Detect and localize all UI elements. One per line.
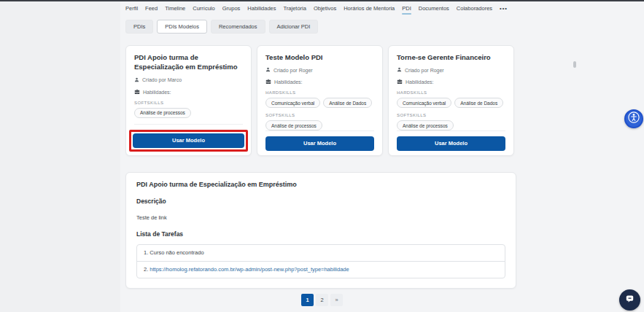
nav-item-objetivos[interactable]: Objetivos — [314, 5, 336, 15]
use-model-button[interactable]: Usar Modelo — [397, 136, 505, 151]
pdi-detail-card: PDI Apoio turma de Especialização em Emp… — [125, 172, 516, 289]
tab-pdis-modelos[interactable]: PDIs Modelos — [157, 20, 207, 34]
pdi-detail-title: PDI Apoio turma de Especialização em Emp… — [136, 181, 505, 188]
use-model-button[interactable]: Usar Modelo — [133, 133, 244, 148]
card-creator-label: Criado por Roger — [405, 68, 444, 73]
tag-row: Análise de processos — [134, 108, 243, 118]
tab-adicionar-pdi[interactable]: Adicionar PDI — [269, 20, 319, 34]
card-skills-row: Habilidades: — [134, 89, 243, 95]
tag-row: Comunicação verbalAnálise de Dados — [265, 98, 374, 108]
briefcase-icon — [265, 79, 271, 85]
skill-section-label-softskills: SOFTSKILLS — [397, 113, 505, 117]
card-skills-row: Habilidades: — [265, 79, 374, 85]
nav-item-timeline[interactable]: Timeline — [165, 5, 185, 15]
task-text: Curso não encontrado — [150, 249, 203, 256]
top-nav: PerfilFeedTimelineCurrículoGruposHabilid… — [125, 5, 508, 15]
card-divider — [134, 124, 243, 125]
skill-tag-analise-de-processos: Análise de processos — [397, 120, 454, 130]
pdi-model-cards: PDI Apoio turma de Especialização em Emp… — [125, 45, 514, 156]
left-background-pane — [0, 1, 120, 312]
pdi-model-card-torne-se-gerente-financeiro: Torne-se Gerente FinanceiroCriado por Ro… — [388, 45, 514, 156]
scrollbar-thumb[interactable] — [573, 61, 576, 68]
page-button-2[interactable]: 2 — [316, 294, 328, 306]
card-creator: Criado por Roger — [397, 67, 505, 73]
briefcase-icon — [134, 89, 140, 95]
pdi-model-card-pdi-apoio-turma-de-especializacao-em-emprestimo: PDI Apoio turma de Especialização em Emp… — [125, 45, 252, 156]
person-icon — [134, 77, 139, 83]
card-divider — [265, 130, 374, 131]
nav-item-grupos[interactable]: Grupos — [222, 5, 241, 15]
card-skills-label: Habilidades: — [143, 90, 171, 95]
nav-item-curriculo[interactable]: Currículo — [193, 5, 214, 15]
nav-item-documentos[interactable]: Documentos — [419, 5, 449, 15]
card-skills-label: Habilidades: — [274, 79, 303, 85]
tag-row: Análise de processos — [265, 120, 374, 130]
skill-tag-analise-de-dados: Análise de Dados — [454, 98, 503, 108]
briefcase-icon — [397, 79, 403, 85]
task-item: 2. https://homolog.refatorando.com.br/wp… — [137, 261, 505, 278]
skill-tag-comunicacao-verbal: Comunicação verbal — [265, 98, 320, 108]
skill-tag-analise-de-processos: Análise de processos — [134, 108, 191, 118]
task-list-heading: Lista de Tarefas — [136, 230, 505, 238]
skill-section-label-hardskills: HARDSKILLS — [265, 90, 374, 95]
card-title: Teste Modelo PDI — [265, 52, 374, 62]
tag-row: Comunicação verbalAnálise de Dados — [397, 98, 505, 108]
tag-row: Análise de processos — [397, 120, 505, 130]
card-creator: Criado por Marco — [134, 77, 243, 83]
nav-item-perfil[interactable]: Perfil — [125, 5, 138, 15]
task-list: 1. Curso não encontrado2. https://homolo… — [136, 244, 505, 278]
skill-tag-comunicacao-verbal: Comunicação verbal — [397, 98, 451, 108]
pagination: 12» — [0, 294, 644, 306]
nav-item-feed[interactable]: Feed — [145, 5, 158, 15]
card-skills-label: Habilidades: — [406, 79, 434, 85]
accessibility-icon — [627, 111, 640, 127]
highlight-annotation-box: Usar Modelo — [129, 130, 248, 152]
person-icon — [265, 67, 271, 73]
tab-recomendados[interactable]: Recomendados — [211, 20, 265, 34]
card-creator-label: Criado por Marco — [142, 77, 182, 82]
nav-item-habilidades[interactable]: Habilidades — [247, 5, 276, 15]
description-text: Teste de link — [136, 214, 505, 221]
skill-tag-analise-de-processos: Análise de processos — [265, 120, 322, 130]
skill-section-label-softskills: SOFTSKILLS — [265, 113, 374, 117]
nav-item-colaboradores[interactable]: Colaboradores — [457, 5, 492, 15]
card-creator: Criado por Roger — [265, 67, 374, 73]
nav-item-horarios-de-mentoria[interactable]: Horários de Mentoria — [344, 5, 395, 15]
nav-item-trajetoria[interactable]: Trajetória — [284, 5, 306, 15]
card-title: Torne-se Gerente Financeiro — [397, 52, 505, 62]
pdi-model-card-teste-modelo-pdi: Teste Modelo PDICriado por RogerHabilida… — [257, 45, 383, 156]
chat-bubble-icon — [624, 293, 635, 307]
person-icon — [397, 67, 402, 73]
skill-section-label-hardskills: HARDSKILLS — [397, 90, 505, 95]
task-item: 1. Curso não encontrado — [137, 245, 505, 261]
task-link[interactable]: https://homolog.refatorando.com.br/wp-ad… — [150, 266, 349, 273]
chat-button[interactable] — [619, 289, 640, 311]
card-title: PDI Apoio turma de Especialização em Emp… — [134, 52, 243, 72]
card-divider — [397, 130, 505, 131]
card-skills-row: Habilidades: — [397, 79, 505, 85]
accessibility-button[interactable] — [624, 109, 643, 128]
tab-pdis[interactable]: PDIs — [125, 20, 153, 34]
pdi-tab-bar: PDIsPDIs ModelosRecomendadosAdicionar PD… — [125, 20, 318, 34]
nav-item-pdi[interactable]: PDI — [402, 5, 411, 15]
more-icon[interactable]: ••• — [500, 5, 508, 15]
page-next-button[interactable]: » — [330, 294, 343, 306]
skill-section-label-softskills: SOFTSKILLS — [134, 101, 243, 105]
use-model-button[interactable]: Usar Modelo — [265, 136, 374, 151]
description-heading: Descrição — [136, 198, 505, 205]
page-button-1[interactable]: 1 — [301, 294, 314, 306]
skill-tag-analise-de-dados: Análise de Dados — [323, 98, 372, 108]
card-creator-label: Criado por Roger — [273, 68, 313, 73]
